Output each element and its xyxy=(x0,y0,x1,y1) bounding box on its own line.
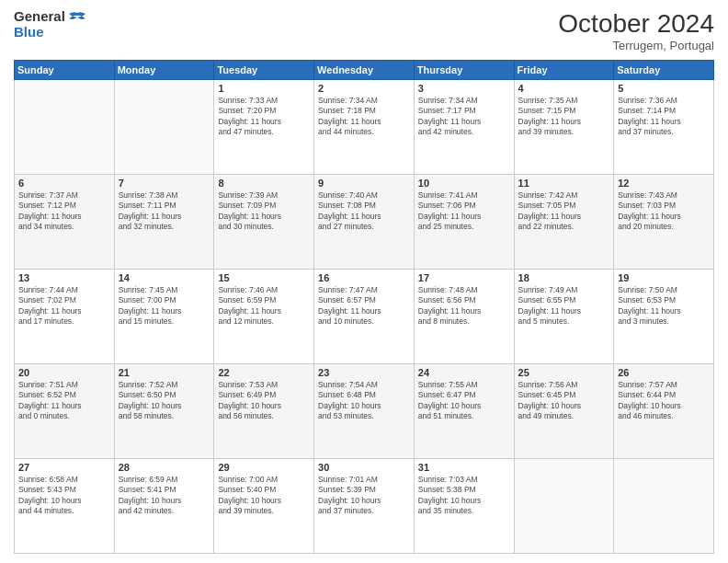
cell-info: Sunrise: 7:56 AMSunset: 6:45 PMDaylight:… xyxy=(518,380,610,422)
calendar-table: SundayMondayTuesdayWednesdayThursdayFrid… xyxy=(14,60,714,554)
col-header-sunday: Sunday xyxy=(15,61,115,80)
cell-info: Sunrise: 7:03 AMSunset: 5:38 PMDaylight:… xyxy=(418,475,510,517)
day-number: 19 xyxy=(618,272,710,283)
cell-info: Sunrise: 6:58 AMSunset: 5:43 PMDaylight:… xyxy=(18,475,110,517)
day-number: 3 xyxy=(418,83,510,94)
day-number: 20 xyxy=(18,367,110,378)
cell-info: Sunrise: 7:46 AMSunset: 6:59 PMDaylight:… xyxy=(218,285,310,327)
day-number: 7 xyxy=(119,178,210,189)
col-header-monday: Monday xyxy=(114,61,214,80)
calendar-cell: 4Sunrise: 7:35 AMSunset: 7:15 PMDaylight… xyxy=(514,80,614,175)
calendar-cell: 9Sunrise: 7:40 AMSunset: 7:08 PMDaylight… xyxy=(314,175,415,270)
cell-info: Sunrise: 7:44 AMSunset: 7:02 PMDaylight:… xyxy=(18,285,110,327)
cell-info: Sunrise: 7:01 AMSunset: 5:39 PMDaylight:… xyxy=(318,475,410,517)
calendar-cell: 15Sunrise: 7:46 AMSunset: 6:59 PMDayligh… xyxy=(214,270,314,364)
day-number: 5 xyxy=(618,83,710,94)
day-number: 30 xyxy=(318,462,410,473)
calendar-cell: 6Sunrise: 7:37 AMSunset: 7:12 PMDaylight… xyxy=(15,175,115,270)
cell-info: Sunrise: 7:54 AMSunset: 6:48 PMDaylight:… xyxy=(318,380,410,422)
header-row: SundayMondayTuesdayWednesdayThursdayFrid… xyxy=(15,61,714,80)
day-number: 2 xyxy=(318,83,410,94)
day-number: 25 xyxy=(518,367,610,378)
logo: General Blue xyxy=(14,9,85,40)
col-header-friday: Friday xyxy=(514,61,614,80)
cell-info: Sunrise: 7:00 AMSunset: 5:40 PMDaylight:… xyxy=(218,475,310,517)
calendar-cell: 23Sunrise: 7:54 AMSunset: 6:48 PMDayligh… xyxy=(314,364,415,459)
calendar-cell: 1Sunrise: 7:33 AMSunset: 7:20 PMDaylight… xyxy=(214,80,314,175)
calendar-cell: 29Sunrise: 7:00 AMSunset: 5:40 PMDayligh… xyxy=(214,459,314,554)
day-number: 26 xyxy=(618,367,710,378)
cell-info: Sunrise: 7:36 AMSunset: 7:14 PMDaylight:… xyxy=(618,96,710,138)
calendar-cell: 10Sunrise: 7:41 AMSunset: 7:06 PMDayligh… xyxy=(414,175,514,270)
calendar-cell: 28Sunrise: 6:59 AMSunset: 5:41 PMDayligh… xyxy=(114,459,214,554)
cell-info: Sunrise: 7:47 AMSunset: 6:57 PMDaylight:… xyxy=(318,285,410,327)
cell-info: Sunrise: 7:49 AMSunset: 6:55 PMDaylight:… xyxy=(518,285,610,327)
calendar-cell: 30Sunrise: 7:01 AMSunset: 5:39 PMDayligh… xyxy=(314,459,415,554)
day-number: 17 xyxy=(418,272,510,283)
calendar-cell: 2Sunrise: 7:34 AMSunset: 7:18 PMDaylight… xyxy=(314,80,415,175)
day-number: 11 xyxy=(518,178,610,189)
cell-info: Sunrise: 7:40 AMSunset: 7:08 PMDaylight:… xyxy=(318,190,410,233)
cell-info: Sunrise: 7:45 AMSunset: 7:00 PMDaylight:… xyxy=(119,285,210,327)
calendar-cell: 18Sunrise: 7:49 AMSunset: 6:55 PMDayligh… xyxy=(514,270,614,364)
cell-info: Sunrise: 7:52 AMSunset: 6:50 PMDaylight:… xyxy=(119,380,210,422)
day-number: 9 xyxy=(318,178,410,189)
col-header-tuesday: Tuesday xyxy=(214,61,314,80)
location: Terrugem, Portugal xyxy=(558,39,714,52)
calendar-cell: 13Sunrise: 7:44 AMSunset: 7:02 PMDayligh… xyxy=(15,270,115,364)
cell-info: Sunrise: 7:37 AMSunset: 7:12 PMDaylight:… xyxy=(18,190,110,233)
cell-info: Sunrise: 7:34 AMSunset: 7:18 PMDaylight:… xyxy=(318,96,410,138)
day-number: 23 xyxy=(318,367,410,378)
week-row-3: 13Sunrise: 7:44 AMSunset: 7:02 PMDayligh… xyxy=(15,270,714,364)
cell-info: Sunrise: 7:51 AMSunset: 6:52 PMDaylight:… xyxy=(18,380,110,422)
header: General Blue October 2024 Terrugem, Port… xyxy=(14,9,714,52)
col-header-thursday: Thursday xyxy=(414,61,514,80)
day-number: 27 xyxy=(18,462,110,473)
cell-info: Sunrise: 6:59 AMSunset: 5:41 PMDaylight:… xyxy=(119,475,210,517)
calendar-cell xyxy=(114,80,214,175)
calendar-cell: 25Sunrise: 7:56 AMSunset: 6:45 PMDayligh… xyxy=(514,364,614,459)
calendar-cell: 27Sunrise: 6:58 AMSunset: 5:43 PMDayligh… xyxy=(15,459,115,554)
cell-info: Sunrise: 7:41 AMSunset: 7:06 PMDaylight:… xyxy=(418,190,510,233)
calendar-cell: 19Sunrise: 7:50 AMSunset: 6:53 PMDayligh… xyxy=(614,270,714,364)
day-number: 4 xyxy=(518,83,610,94)
calendar-cell: 14Sunrise: 7:45 AMSunset: 7:00 PMDayligh… xyxy=(114,270,214,364)
day-number: 22 xyxy=(218,367,310,378)
cell-info: Sunrise: 7:53 AMSunset: 6:49 PMDaylight:… xyxy=(218,380,310,422)
calendar-cell: 31Sunrise: 7:03 AMSunset: 5:38 PMDayligh… xyxy=(414,459,514,554)
day-number: 24 xyxy=(418,367,510,378)
calendar-cell xyxy=(15,80,115,175)
calendar-cell: 24Sunrise: 7:55 AMSunset: 6:47 PMDayligh… xyxy=(414,364,514,459)
calendar-cell xyxy=(514,459,614,554)
cell-info: Sunrise: 7:39 AMSunset: 7:09 PMDaylight:… xyxy=(218,190,310,233)
logo-bird-icon xyxy=(69,11,85,24)
calendar-cell: 12Sunrise: 7:43 AMSunset: 7:03 PMDayligh… xyxy=(614,175,714,270)
cell-info: Sunrise: 7:33 AMSunset: 7:20 PMDaylight:… xyxy=(218,96,310,138)
day-number: 10 xyxy=(418,178,510,189)
calendar-cell: 21Sunrise: 7:52 AMSunset: 6:50 PMDayligh… xyxy=(114,364,214,459)
cell-info: Sunrise: 7:50 AMSunset: 6:53 PMDaylight:… xyxy=(618,285,710,327)
day-number: 28 xyxy=(119,462,210,473)
cell-info: Sunrise: 7:43 AMSunset: 7:03 PMDaylight:… xyxy=(618,190,710,233)
day-number: 8 xyxy=(218,178,310,189)
calendar-cell xyxy=(614,459,714,554)
day-number: 13 xyxy=(18,272,110,283)
cell-info: Sunrise: 7:38 AMSunset: 7:11 PMDaylight:… xyxy=(119,190,210,233)
calendar-cell: 20Sunrise: 7:51 AMSunset: 6:52 PMDayligh… xyxy=(15,364,115,459)
logo-text: General Blue xyxy=(14,9,85,40)
cell-info: Sunrise: 7:42 AMSunset: 7:05 PMDaylight:… xyxy=(518,190,610,233)
cell-info: Sunrise: 7:48 AMSunset: 6:56 PMDaylight:… xyxy=(418,285,510,327)
cell-info: Sunrise: 7:55 AMSunset: 6:47 PMDaylight:… xyxy=(418,380,510,422)
calendar-cell: 17Sunrise: 7:48 AMSunset: 6:56 PMDayligh… xyxy=(414,270,514,364)
calendar-cell: 3Sunrise: 7:34 AMSunset: 7:17 PMDaylight… xyxy=(414,80,514,175)
day-number: 21 xyxy=(119,367,210,378)
col-header-saturday: Saturday xyxy=(614,61,714,80)
col-header-wednesday: Wednesday xyxy=(314,61,415,80)
day-number: 16 xyxy=(318,272,410,283)
day-number: 29 xyxy=(218,462,310,473)
calendar-cell: 11Sunrise: 7:42 AMSunset: 7:05 PMDayligh… xyxy=(514,175,614,270)
calendar-cell: 16Sunrise: 7:47 AMSunset: 6:57 PMDayligh… xyxy=(314,270,415,364)
page: General Blue October 2024 Terrugem, Port… xyxy=(0,0,728,563)
day-number: 31 xyxy=(418,462,510,473)
week-row-4: 20Sunrise: 7:51 AMSunset: 6:52 PMDayligh… xyxy=(15,364,714,459)
